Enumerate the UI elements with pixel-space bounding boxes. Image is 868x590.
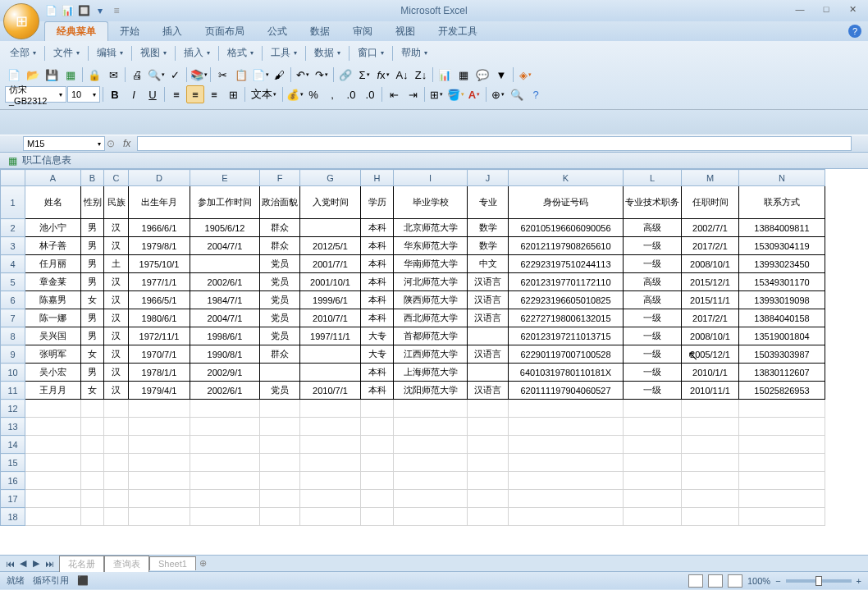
data-cell[interactable]: 13830112607 bbox=[739, 364, 825, 382]
font-size-combo[interactable]: 10▾ bbox=[67, 86, 100, 103]
empty-cell[interactable] bbox=[739, 490, 825, 508]
data-cell[interactable]: 2002/9/1 bbox=[190, 364, 260, 382]
data-cell[interactable]: 群众 bbox=[260, 219, 300, 237]
header-cell[interactable]: 任职时间 bbox=[682, 186, 739, 219]
empty-cell[interactable] bbox=[394, 400, 468, 418]
empty-cell[interactable] bbox=[25, 490, 81, 508]
column-header[interactable]: L bbox=[624, 170, 682, 186]
tab-developer[interactable]: 开发工具 bbox=[427, 22, 489, 41]
empty-cell[interactable] bbox=[739, 454, 825, 472]
view-layout-icon[interactable] bbox=[708, 574, 723, 588]
fill-color-icon[interactable]: 🪣 bbox=[446, 85, 464, 103]
data-cell[interactable]: 华南师范大学 bbox=[394, 255, 468, 273]
data-cell[interactable]: 1977/1/1 bbox=[129, 273, 190, 291]
menu-all[interactable]: 全部 bbox=[5, 44, 41, 62]
column-header[interactable]: A bbox=[25, 170, 81, 186]
pivot-icon[interactable]: ▦ bbox=[455, 66, 473, 84]
data-cell[interactable] bbox=[468, 327, 509, 345]
empty-cell[interactable] bbox=[394, 418, 468, 436]
format-painter-icon[interactable]: 🖌 bbox=[270, 66, 288, 84]
row-header[interactable]: 12 bbox=[1, 400, 25, 418]
empty-cell[interactable] bbox=[129, 490, 190, 508]
row-header[interactable]: 9 bbox=[1, 345, 25, 364]
data-cell[interactable]: 汉语言 bbox=[468, 273, 509, 291]
data-cell[interactable]: 一级 bbox=[624, 309, 682, 327]
empty-cell[interactable] bbox=[361, 472, 394, 490]
empty-cell[interactable] bbox=[104, 472, 129, 490]
data-cell[interactable]: 1978/1/1 bbox=[129, 364, 190, 382]
data-cell[interactable]: 大专 bbox=[361, 345, 394, 364]
empty-cell[interactable] bbox=[682, 472, 739, 490]
sheet-nav-last-icon[interactable]: ⏭ bbox=[43, 557, 56, 570]
help-icon[interactable]: ? bbox=[848, 25, 861, 38]
data-cell[interactable]: 15025826953 bbox=[739, 382, 825, 400]
data-cell[interactable]: 吴兴国 bbox=[25, 327, 81, 345]
data-cell[interactable]: 首都师范大学 bbox=[394, 327, 468, 345]
data-cell[interactable]: 2017/2/1 bbox=[682, 237, 739, 255]
empty-cell[interactable] bbox=[739, 472, 825, 490]
data-cell[interactable]: 一级 bbox=[624, 327, 682, 345]
view-break-icon[interactable] bbox=[728, 574, 742, 588]
qat-customize-icon[interactable]: ▾ bbox=[94, 4, 107, 17]
data-cell[interactable]: 13993023450 bbox=[739, 255, 825, 273]
empty-cell[interactable] bbox=[624, 454, 682, 472]
comma-icon[interactable]: , bbox=[323, 85, 341, 103]
data-cell[interactable] bbox=[468, 364, 509, 382]
data-cell[interactable]: 汉 bbox=[104, 237, 129, 255]
italic-icon[interactable]: I bbox=[125, 85, 143, 103]
data-cell[interactable]: 1970/7/1 bbox=[129, 345, 190, 364]
sort-desc-icon[interactable]: Z↓ bbox=[412, 66, 430, 84]
copy-icon[interactable]: 📋 bbox=[232, 66, 250, 84]
empty-cell[interactable] bbox=[739, 418, 825, 436]
data-cell[interactable]: 王月月 bbox=[25, 382, 81, 400]
empty-cell[interactable] bbox=[190, 418, 260, 436]
data-cell[interactable]: 党员 bbox=[260, 382, 300, 400]
data-cell[interactable] bbox=[300, 364, 361, 382]
row-header[interactable]: 1 bbox=[1, 186, 25, 219]
open-icon[interactable]: 📂 bbox=[24, 66, 42, 84]
data-cell[interactable]: 汉语言 bbox=[468, 382, 509, 400]
row-header[interactable]: 2 bbox=[1, 219, 25, 237]
data-cell[interactable]: 大专 bbox=[361, 327, 394, 345]
data-cell[interactable]: 1998/6/1 bbox=[190, 327, 260, 345]
data-cell[interactable]: 13884040158 bbox=[739, 309, 825, 327]
menu-help[interactable]: 帮助 bbox=[396, 44, 432, 62]
research-icon[interactable]: 📚 bbox=[190, 66, 208, 84]
empty-cell[interactable] bbox=[624, 472, 682, 490]
decrease-decimal-icon[interactable]: .0 bbox=[361, 85, 379, 103]
data-cell[interactable]: 土 bbox=[104, 255, 129, 273]
empty-cell[interactable] bbox=[104, 436, 129, 454]
empty-cell[interactable] bbox=[81, 490, 104, 508]
empty-cell[interactable] bbox=[300, 508, 361, 526]
column-header[interactable]: D bbox=[129, 170, 190, 186]
align-left-icon[interactable]: ≡ bbox=[167, 85, 185, 103]
empty-cell[interactable] bbox=[624, 400, 682, 418]
empty-cell[interactable] bbox=[509, 454, 624, 472]
empty-cell[interactable] bbox=[129, 454, 190, 472]
data-cell[interactable]: 2010/1/1 bbox=[682, 364, 739, 382]
merge-icon[interactable]: ⊞ bbox=[224, 85, 242, 103]
header-cell[interactable]: 联系方式 bbox=[739, 186, 825, 219]
hyperlink-icon[interactable]: 🔗 bbox=[336, 66, 354, 84]
data-cell[interactable]: 汉 bbox=[104, 273, 129, 291]
tab-page-layout[interactable]: 页面布局 bbox=[194, 22, 256, 41]
empty-cell[interactable] bbox=[468, 490, 509, 508]
empty-cell[interactable] bbox=[624, 418, 682, 436]
empty-cell[interactable] bbox=[190, 436, 260, 454]
empty-cell[interactable] bbox=[129, 508, 190, 526]
data-cell[interactable]: 陈嘉男 bbox=[25, 291, 81, 309]
empty-cell[interactable] bbox=[81, 400, 104, 418]
row-header[interactable]: 10 bbox=[1, 364, 25, 382]
menu-window[interactable]: 窗口 bbox=[353, 44, 389, 62]
data-cell[interactable]: 本科 bbox=[361, 364, 394, 382]
data-cell[interactable]: 女 bbox=[81, 382, 104, 400]
data-cell[interactable]: 2015/12/1 bbox=[682, 273, 739, 291]
data-cell[interactable]: 女 bbox=[81, 345, 104, 364]
data-cell[interactable]: 620123197211013715 bbox=[509, 327, 624, 345]
help-btn-icon[interactable]: ? bbox=[527, 85, 545, 103]
macro-record-icon[interactable]: ⬛ bbox=[77, 575, 89, 586]
redo-icon[interactable]: ↷ bbox=[313, 66, 331, 84]
data-cell[interactable]: 一级 bbox=[624, 364, 682, 382]
empty-cell[interactable] bbox=[104, 418, 129, 436]
data-cell[interactable]: 620121197908265610 bbox=[509, 237, 624, 255]
